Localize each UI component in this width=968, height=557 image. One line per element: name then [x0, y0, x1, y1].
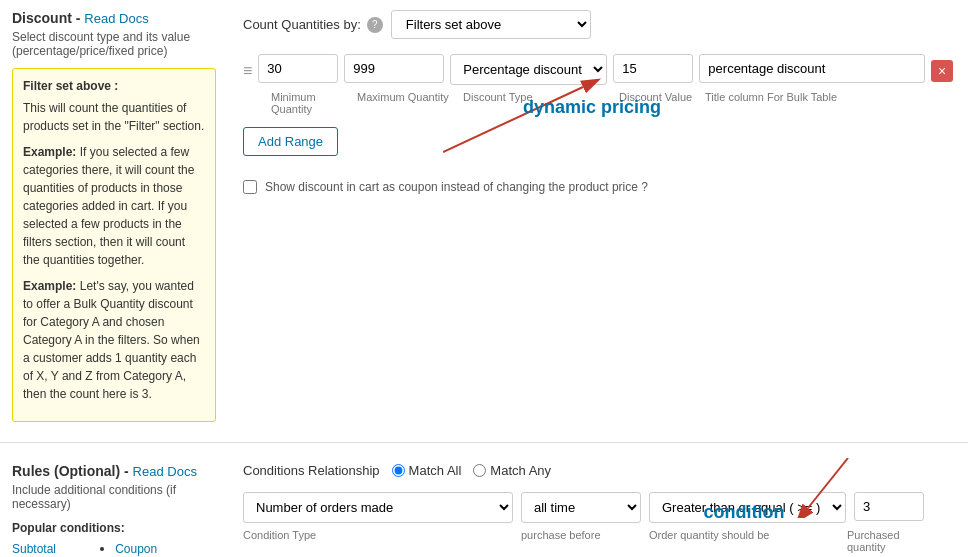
conditions-rel-label: Conditions Relationship: [243, 463, 380, 478]
rules-description: Include additional conditions (if necess…: [12, 483, 216, 511]
list-item: Subtotal: [12, 541, 89, 556]
match-all-radio-label[interactable]: Match All: [392, 463, 462, 478]
conditions-col1: Subtotal User role Days & Time Purchase …: [12, 541, 89, 557]
rules-read-docs-link[interactable]: Read Docs: [133, 464, 197, 479]
condition-arrow: [788, 458, 908, 518]
match-all-radio[interactable]: [392, 464, 405, 477]
filter-box-example2: Example: Let's say, you wanted to offer …: [23, 277, 205, 403]
discount-read-docs-link[interactable]: Read Docs: [84, 11, 148, 26]
popular-conditions-label: Popular conditions:: [12, 521, 216, 535]
filter-set-above-box: Filter set above : This will count the q…: [12, 68, 216, 422]
svg-line-3: [808, 458, 848, 508]
show-coupon-label: Show discount in cart as coupon instead …: [265, 180, 648, 194]
max-quantity-label: Maximum Quantity: [357, 91, 457, 115]
filter-box-title: Filter set above :: [23, 79, 205, 93]
list-item: Coupon: [115, 541, 216, 556]
left-panel-bottom: Rules (Optional) - Read Docs Include add…: [0, 453, 228, 557]
condition-annotation-wrapper: condition: [703, 458, 908, 523]
purchase-before-select[interactable]: all time: [521, 492, 641, 523]
conditions-grid: Subtotal User role Days & Time Purchase …: [12, 541, 216, 557]
condition-field-labels: Condition Type purchase before Order qua…: [243, 529, 953, 553]
purchase-before-label: purchase before: [521, 529, 641, 553]
min-quantity-label: Minimum Quantity: [271, 91, 351, 115]
discount-description: Select discount type and its value (perc…: [12, 30, 216, 58]
remove-range-button[interactable]: ×: [931, 60, 953, 82]
right-panel-top: Count Quantities by: ? Filters set above…: [228, 0, 968, 432]
coupon-link[interactable]: Coupon: [115, 542, 157, 556]
match-any-label: Match Any: [490, 463, 551, 478]
count-quantities-row: Count Quantities by: ? Filters set above: [243, 10, 953, 39]
show-coupon-checkbox[interactable]: [243, 180, 257, 194]
min-quantity-input[interactable]: [258, 54, 338, 83]
conditions-col2: Coupon Shipping Address Category Combina…: [99, 541, 216, 557]
title-column-input[interactable]: [699, 54, 925, 83]
filter-box-example1: Example: If you selected a few categorie…: [23, 143, 205, 269]
filter-box-para1: This will count the quantities of produc…: [23, 99, 205, 135]
dynamic-pricing-annotation: dynamic pricing: [523, 97, 893, 118]
subtotal-link[interactable]: Subtotal: [12, 542, 56, 556]
discount-section-title: Discount - Read Docs: [12, 10, 216, 26]
purchased-qty-label: Purchased quantity: [847, 529, 917, 553]
match-any-radio-label[interactable]: Match Any: [473, 463, 551, 478]
show-coupon-row: Show discount in cart as coupon instead …: [243, 180, 953, 194]
condition-type-label: Condition Type: [243, 529, 513, 553]
left-panel-top: Discount - Read Docs Select discount typ…: [0, 0, 228, 432]
condition-type-select[interactable]: Number of orders made: [243, 492, 513, 523]
order-qty-label: Order quantity should be: [649, 529, 839, 553]
match-all-label: Match All: [409, 463, 462, 478]
info-icon[interactable]: ?: [367, 17, 383, 33]
filters-dropdown[interactable]: Filters set above: [391, 10, 591, 39]
right-panel-bottom: condition Conditions Relationship Match …: [228, 453, 968, 557]
rules-section-title: Rules (Optional) - Read Docs: [12, 463, 216, 479]
add-range-button[interactable]: Add Range: [243, 127, 338, 156]
drag-handle-icon[interactable]: ≡: [243, 54, 252, 80]
max-quantity-input[interactable]: [344, 54, 444, 83]
match-any-radio[interactable]: [473, 464, 486, 477]
condition-annotation: condition: [703, 502, 784, 522]
count-label: Count Quantities by:: [243, 17, 361, 32]
